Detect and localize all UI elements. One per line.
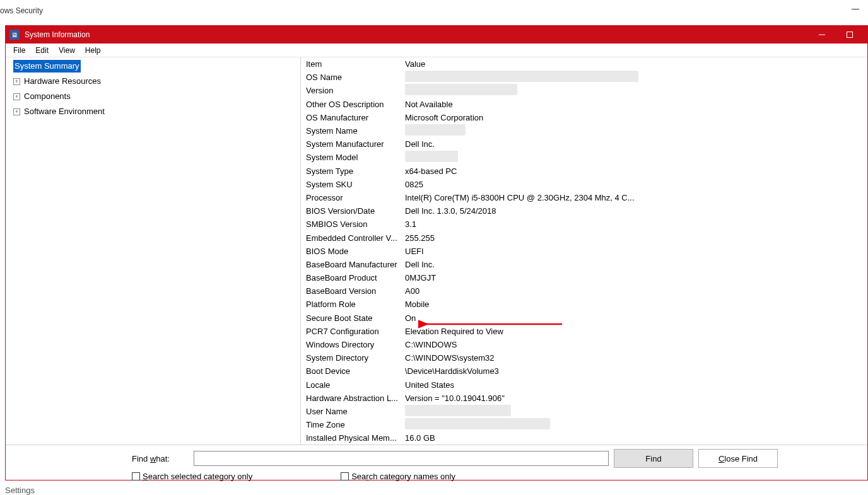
background-minimize-icon[interactable] (852, 9, 859, 9)
details-row[interactable]: Platform RoleMobile (301, 298, 867, 311)
value-cell: UEFI (405, 247, 867, 256)
value-cell: On (405, 313, 867, 323)
details-row[interactable]: Installed Physical Mem...16.0 GB (301, 431, 867, 445)
find-bar: Find what: Find Close Find Search select… (6, 445, 867, 480)
redacted-value (405, 151, 458, 162)
value-cell: Not Available (405, 100, 867, 109)
minimize-button[interactable] (808, 26, 836, 44)
find-button[interactable]: Find (614, 449, 693, 468)
details-row[interactable]: Time Zone (301, 418, 867, 431)
value-cell (405, 405, 867, 418)
menu-file[interactable]: File (8, 45, 30, 56)
item-cell: Platform Role (306, 300, 405, 309)
tree-item-hardware-resources[interactable]: + Hardware Resources (6, 74, 300, 89)
column-header-item[interactable]: Item (306, 59, 405, 69)
menu-help[interactable]: Help (80, 45, 106, 56)
menu-bar: File Edit View Help (6, 44, 867, 57)
item-cell: Other OS Description (306, 100, 405, 109)
redacted-value (405, 418, 550, 429)
value-cell: \Device\HarddiskVolume3 (405, 366, 867, 376)
details-row[interactable]: Boot Device\Device\HarddiskVolume3 (301, 364, 867, 378)
details-row[interactable]: ProcessorIntel(R) Core(TM) i5-8300H CPU … (301, 191, 867, 204)
app-icon: 🖥 (9, 30, 20, 40)
details-row[interactable]: User Name (301, 405, 867, 418)
checkbox-icon (132, 472, 140, 480)
details-row[interactable]: Windows DirectoryC:\WINDOWS (301, 338, 867, 351)
details-row[interactable]: System DirectoryC:\WINDOWS\system32 (301, 351, 867, 364)
item-cell: User Name (306, 407, 405, 416)
value-cell: Dell Inc. (405, 260, 867, 269)
tree-label: Software Environment (24, 105, 105, 118)
value-cell (405, 84, 867, 97)
value-cell: Version = "10.0.19041.906" (405, 393, 867, 403)
item-cell: OS Manufacturer (306, 113, 405, 122)
item-cell: Hardware Abstraction L... (306, 393, 405, 403)
close-find-button[interactable]: Close Find (698, 449, 778, 468)
menu-view[interactable]: View (54, 45, 80, 56)
details-row[interactable]: BaseBoard Product0MJGJT (301, 271, 867, 284)
details-row[interactable]: SMBIOS Version3.1 (301, 218, 867, 231)
value-cell: 0MJGJT (405, 273, 867, 282)
item-cell: Time Zone (306, 420, 405, 429)
details-row[interactable]: System SKU0825 (301, 178, 867, 191)
details-row[interactable]: BIOS Version/DateDell Inc. 1.3.0, 5/24/2… (301, 204, 867, 218)
tree-item-components[interactable]: + Components (6, 89, 300, 104)
details-row[interactable]: BaseBoard ManufacturerDell Inc. (301, 258, 867, 271)
maximize-button[interactable] (836, 26, 864, 44)
details-row[interactable]: BaseBoard VersionA00 (301, 284, 867, 298)
expand-icon[interactable]: + (13, 93, 20, 100)
tree-item-software-environment[interactable]: + Software Environment (6, 104, 300, 119)
redacted-value (405, 71, 638, 82)
value-cell: Dell Inc. (405, 139, 867, 149)
details-row[interactable]: BIOS ModeUEFI (301, 245, 867, 258)
details-panel: Item Value OS NameVersionOther OS Descri… (301, 57, 867, 445)
search-selected-checkbox[interactable]: Search selected category only (132, 472, 252, 481)
value-cell: United States (405, 380, 867, 390)
details-row[interactable]: Version (301, 84, 867, 97)
tree-item-system-summary[interactable]: System Summary (6, 59, 300, 74)
item-cell: System Model (306, 153, 405, 162)
details-row[interactable]: PCR7 ConfigurationElevation Required to … (301, 325, 867, 338)
value-cell: C:\WINDOWS\system32 (405, 353, 867, 363)
item-cell: SMBIOS Version (306, 219, 405, 229)
item-cell: Secure Boot State (306, 313, 405, 323)
value-cell: Intel(R) Core(TM) i5-8300H CPU @ 2.30GHz… (405, 193, 867, 202)
details-row[interactable]: System Model (301, 151, 867, 164)
details-row[interactable]: System Name (301, 124, 867, 137)
background-settings-text: Settings (5, 486, 35, 495)
minimize-icon (819, 32, 825, 38)
find-label: Find what: (132, 454, 189, 463)
tree-label: Hardware Resources (24, 75, 101, 88)
value-cell: 16.0 GB (405, 433, 867, 443)
details-row[interactable]: System ManufacturerDell Inc. (301, 137, 867, 151)
expand-icon[interactable]: + (13, 108, 20, 115)
find-input[interactable] (194, 451, 609, 466)
search-names-checkbox[interactable]: Search category names only (341, 472, 455, 481)
item-cell: Windows Directory (306, 340, 405, 349)
value-cell: 255.255 (405, 233, 867, 243)
details-row[interactable]: LocaleUnited States (301, 378, 867, 392)
titlebar[interactable]: 🖥 System Information (6, 26, 867, 44)
value-cell: Elevation Required to View (405, 327, 867, 336)
details-row[interactable]: Other OS DescriptionNot Available (301, 98, 867, 111)
value-cell: A00 (405, 286, 867, 296)
window-title: System Information (25, 30, 90, 39)
details-row[interactable]: OS ManufacturerMicrosoft Corporation (301, 111, 867, 124)
content-area: System Summary + Hardware Resources + Co… (6, 57, 867, 445)
menu-edit[interactable]: Edit (30, 45, 54, 56)
details-row[interactable]: Secure Boot StateOn (301, 312, 867, 325)
expand-icon[interactable]: + (13, 78, 20, 85)
value-cell: Mobile (405, 300, 867, 309)
details-header-row[interactable]: Item Value (301, 57, 867, 71)
checkbox-label: Search category names only (351, 472, 455, 481)
value-cell (405, 418, 867, 431)
column-header-value[interactable]: Value (405, 59, 867, 69)
item-cell: Installed Physical Mem... (306, 433, 405, 443)
details-row[interactable]: System Typex64-based PC (301, 165, 867, 178)
item-cell: Embedded Controller V... (306, 233, 405, 243)
item-cell: System Type (306, 166, 405, 176)
details-row[interactable]: Embedded Controller V...255.255 (301, 231, 867, 244)
details-row[interactable]: OS Name (301, 71, 867, 84)
value-cell (405, 71, 867, 84)
details-row[interactable]: Hardware Abstraction L...Version = "10.0… (301, 392, 867, 405)
